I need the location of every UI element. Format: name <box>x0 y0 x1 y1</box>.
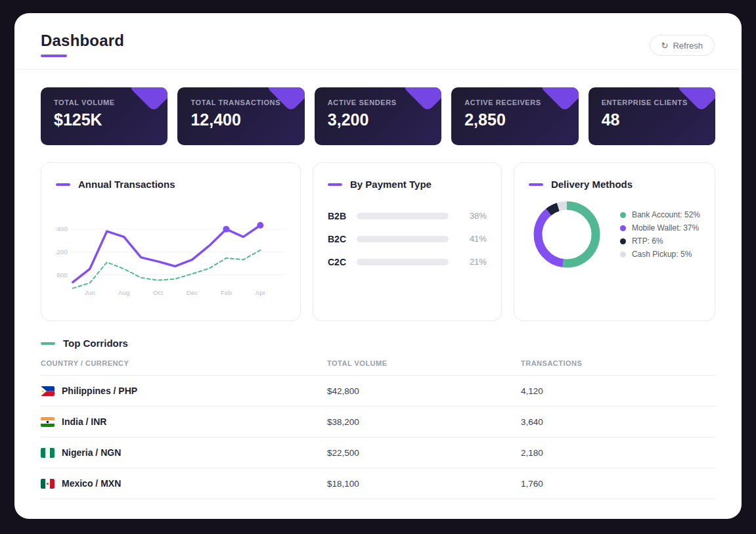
stat-card-active-receivers: ACTIVE RECEIVERS 2,850 <box>451 87 578 145</box>
bar-row-c2c: C2C 21% <box>328 250 487 273</box>
bar-row-b2b: B2B 38% <box>328 204 487 227</box>
top-corridors-section: Top Corridors COUNTRY / CURRENCY TOTAL V… <box>41 338 715 499</box>
legend-item-bank-account: Bank Account: 52% <box>620 208 700 221</box>
svg-text:Jun: Jun <box>85 289 95 296</box>
bar-label: B2B <box>328 211 355 221</box>
legend-dot-icon <box>620 212 626 218</box>
country-cell: Mexico / MXN <box>41 478 327 489</box>
svg-text:600: 600 <box>56 271 68 278</box>
table-row-philippines: Philippines / PHP $42,800 4,120 <box>41 376 715 407</box>
delivery-legend: Bank Account: 52% Mobile Wallet: 37% RTP… <box>620 208 700 261</box>
top-corridors-title: Top Corridors <box>41 338 715 349</box>
charts-row: Annual Transactions 60012002400JunAugOct… <box>41 162 715 321</box>
legend-dash-icon <box>529 183 543 186</box>
legend-dot-icon <box>620 238 626 244</box>
bar-row-b2c: B2C 41% <box>328 227 487 250</box>
table-row-mexico: Mexico / MXN $18,100 1,760 <box>41 468 715 499</box>
annual-transactions-card: Annual Transactions 60012002400JunAugOct… <box>41 162 301 321</box>
transactions-cell: 3,640 <box>521 417 715 427</box>
stat-value: 48 <box>602 110 702 129</box>
stat-value: 2,850 <box>464 110 565 129</box>
country-cell: Philippines / PHP <box>41 386 327 396</box>
stat-card-total-volume: TOTAL VOLUME $125K <box>41 87 167 145</box>
table-header-row: COUNTRY / CURRENCY TOTAL VOLUME TRANSACT… <box>41 350 715 376</box>
legend-dot-icon <box>620 225 626 231</box>
svg-text:Dec: Dec <box>187 289 198 296</box>
country-cell: India / INR <box>41 416 327 427</box>
refresh-label: Refresh <box>673 41 703 51</box>
svg-text:Apr: Apr <box>256 289 266 296</box>
stats-row: TOTAL VOLUME $125K TOTAL TRANSACTIONS 12… <box>41 87 715 145</box>
column-header-transactions: TRANSACTIONS <box>521 359 715 367</box>
stat-label: TOTAL TRANSACTIONS <box>190 99 291 106</box>
delivery-methods-card: Delivery Methods Bank Account: 52% Mobil… <box>514 162 715 321</box>
stat-label: ACTIVE RECEIVERS <box>464 99 565 106</box>
legend-item-cash-pickup: Cash Pickup: 5% <box>620 248 700 261</box>
volume-cell: $22,500 <box>327 448 521 458</box>
svg-text:Aug: Aug <box>118 289 130 296</box>
annual-line-chart: 60012002400JunAugOctDecFebApr <box>56 216 286 302</box>
stat-label: ENTERPRISE CLIENTS <box>602 99 702 106</box>
corridors-table: COUNTRY / CURRENCY TOTAL VOLUME TRANSACT… <box>41 350 715 499</box>
refresh-icon: ↻ <box>661 41 669 51</box>
legend-item-mobile-wallet: Mobile Wallet: 37% <box>620 221 700 234</box>
svg-text:2400: 2400 <box>56 225 68 233</box>
bar-label: C2C <box>328 257 355 267</box>
flag-philippines-icon <box>41 386 55 396</box>
bar-percent: 38% <box>463 211 487 221</box>
stat-card-enterprise-clients: ENTERPRISE CLIENTS 48 <box>589 87 715 145</box>
page-header: Dashboard ↻ Refresh <box>14 13 742 70</box>
delivery-donut-chart <box>531 198 603 271</box>
volume-cell: $38,200 <box>327 417 521 427</box>
table-row-nigeria: Nigeria / NGN $22,500 2,180 <box>41 437 715 468</box>
svg-text:Oct: Oct <box>153 289 164 296</box>
delivery-methods-title: Delivery Methods <box>529 179 700 190</box>
stat-card-active-senders: ACTIVE SENDERS 3,200 <box>315 87 441 145</box>
legend-dot-icon <box>620 252 626 257</box>
table-row-india: India / INR $38,200 3,640 <box>41 407 715 437</box>
legend-dash-icon <box>41 342 55 345</box>
bar-label: B2C <box>328 234 355 244</box>
svg-text:Feb: Feb <box>221 289 233 296</box>
legend-dash-icon <box>56 183 70 186</box>
flag-india-icon <box>41 417 55 427</box>
payment-type-card: By Payment Type B2B 38% B2C 41% C2C 21% <box>313 162 502 321</box>
transactions-cell: 2,180 <box>521 448 715 458</box>
stat-value: 3,200 <box>328 110 428 129</box>
page-title: Dashboard <box>41 13 715 50</box>
legend-dash-icon <box>328 183 342 186</box>
column-header-country: COUNTRY / CURRENCY <box>41 359 327 367</box>
volume-cell: $42,800 <box>327 386 521 396</box>
country-cell: Nigeria / NGN <box>41 447 327 458</box>
title-underline <box>41 55 67 57</box>
transactions-cell: 4,120 <box>521 386 715 396</box>
legend-item-rtp: RTP: 6% <box>620 234 700 248</box>
stat-card-total-transactions: TOTAL TRANSACTIONS 12,400 <box>177 87 304 145</box>
column-header-volume: TOTAL VOLUME <box>327 359 521 367</box>
flag-nigeria-icon <box>41 448 55 458</box>
flag-mexico-icon <box>41 479 55 489</box>
annual-transactions-title: Annual Transactions <box>56 179 286 190</box>
transactions-cell: 1,760 <box>521 479 715 489</box>
bar-track <box>357 236 449 242</box>
payment-bars: B2B 38% B2C 41% C2C 21% <box>328 204 487 273</box>
payment-type-title: By Payment Type <box>328 179 487 190</box>
delivery-body: Bank Account: 52% Mobile Wallet: 37% RTP… <box>529 198 700 271</box>
bar-track <box>357 213 449 219</box>
bar-percent: 41% <box>463 234 487 244</box>
stat-value: 12,400 <box>190 110 291 129</box>
stat-label: ACTIVE SENDERS <box>328 99 428 106</box>
refresh-button[interactable]: ↻ Refresh <box>650 35 715 56</box>
stat-value: $125K <box>54 110 154 129</box>
dashboard-panel: Dashboard ↻ Refresh TOTAL VOLUME $125K T… <box>14 13 742 519</box>
svg-text:1200: 1200 <box>56 248 68 256</box>
stat-label: TOTAL VOLUME <box>54 99 154 106</box>
bar-percent: 21% <box>463 257 487 267</box>
bar-track <box>357 259 449 265</box>
volume-cell: $18,100 <box>327 479 521 489</box>
